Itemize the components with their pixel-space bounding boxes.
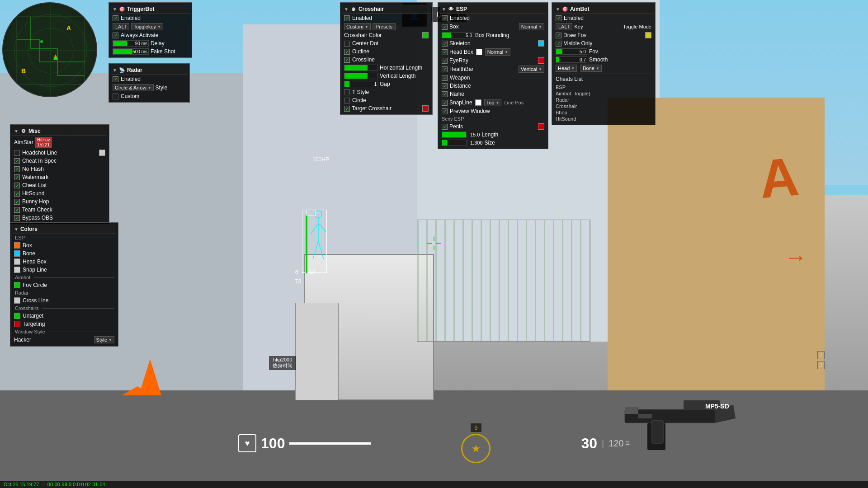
gap-slider[interactable]: 1 [344, 81, 378, 87]
esp-healthbar-cb[interactable] [442, 66, 448, 72]
box-rounding-slider[interactable]: 5.0 [442, 32, 473, 38]
esp-weapon-cb[interactable] [442, 75, 448, 81]
esp-eyeray-cb[interactable] [442, 58, 448, 64]
aimbot-visible-only-cb[interactable] [556, 41, 561, 47]
esp-size-slider[interactable] [442, 140, 467, 146]
horizontal-length-row: Horizontal Length [342, 64, 430, 72]
esp-box-cb[interactable] [442, 24, 448, 30]
esp-enabled-cb[interactable] [442, 15, 448, 21]
colors-box-swatch[interactable] [14, 242, 20, 249]
triggerbot-key[interactable]: LALT [113, 23, 129, 30]
cheat-list-cb[interactable] [14, 183, 20, 188]
esp-distance-cb[interactable] [442, 83, 448, 89]
esp-size-label: Size [485, 140, 495, 146]
headshot-line-color[interactable] [99, 150, 105, 156]
colors-untarget-swatch[interactable] [14, 313, 20, 319]
crosshair-mode-row: Custom Presets [342, 22, 430, 31]
crosshair-header[interactable]: ▼ ⊕ Crosshair [342, 5, 430, 14]
esp-penis-color[interactable] [538, 123, 544, 130]
fake-shot-slider[interactable]: 500 ms [113, 48, 149, 55]
colors-header[interactable]: ▼ Colors [12, 225, 116, 234]
esp-skeleton-color[interactable] [538, 40, 544, 47]
cheats-list-title: Cheats List [556, 76, 583, 82]
esp-snapline-pos-dropdown[interactable]: Top [484, 99, 502, 106]
headshot-line-cb[interactable] [14, 150, 20, 156]
crosshair-enabled-cb[interactable] [344, 15, 350, 21]
colors-radar-label: Radar [14, 290, 28, 296]
target-crosshair-cb[interactable] [344, 106, 350, 112]
horizontal-length-slider[interactable] [344, 65, 378, 71]
cheat-item-aimbot[interactable]: Aimbot [Toggle] [556, 90, 651, 97]
aimbot-head-dropdown[interactable]: Head [556, 65, 577, 72]
team-check-cb[interactable] [14, 207, 20, 213]
circle-cb[interactable] [344, 98, 350, 103]
crosshair-custom-dropdown[interactable]: Custom [344, 23, 371, 30]
colors-targeting-swatch[interactable] [14, 321, 20, 327]
radar-custom-cb[interactable] [113, 94, 118, 99]
delay-slider[interactable]: 90 ms [113, 40, 149, 47]
esp-snapline-cb[interactable] [442, 100, 448, 106]
svg-line-5 [318, 241, 324, 259]
esp-snapline-color[interactable] [475, 99, 481, 106]
crosshair-color-swatch[interactable] [422, 32, 429, 38]
colors-snapline-swatch[interactable] [14, 267, 20, 273]
radar-enabled-cb[interactable] [113, 76, 118, 82]
colors-headbox-swatch[interactable] [14, 258, 20, 265]
esp-penis-cb[interactable] [442, 124, 448, 130]
colors-style-dropdown[interactable]: Style [94, 336, 114, 343]
radar-style-row: Circle & Arrow Style [111, 83, 188, 92]
cheat-item-esp[interactable]: ESP [556, 84, 651, 90]
aimbot-bone-dropdown[interactable]: Bone [580, 65, 602, 72]
watermark-cb[interactable] [14, 174, 20, 180]
esp-headbox-style-dropdown[interactable]: Normal [485, 48, 510, 56]
aimbot-header[interactable]: ▼ 🎯 AimBot [554, 5, 653, 14]
aimbot-fov-slider[interactable]: 5.0 [556, 48, 587, 55]
cheat-item-crosshair[interactable]: Crosshair [556, 103, 651, 109]
colors-crossline-swatch[interactable] [14, 297, 20, 304]
cheat-in-spec-cb[interactable] [14, 158, 20, 164]
colors-crosshairs-section: Crosshairs [12, 305, 116, 312]
aimbot-visible-only-label: Visible Only [564, 40, 592, 47]
aimbot-draw-fov-cb[interactable] [556, 33, 561, 38]
no-flash-cb[interactable] [14, 166, 20, 172]
cheat-item-hitsound[interactable]: HitSound [556, 116, 651, 122]
triggerbot-togglekey-dropdown[interactable]: Togglekey [131, 23, 163, 30]
aimbot-key[interactable]: LALT [556, 23, 572, 30]
esp-skeleton-cb[interactable] [442, 41, 448, 47]
bypass-obs-cb[interactable] [14, 215, 20, 221]
esp-length-slider[interactable] [442, 131, 467, 138]
radar-panel-header[interactable]: ▼ 📡 Radar [111, 66, 188, 75]
esp-distance-row: Distance [440, 82, 546, 90]
colors-fov-circle-swatch[interactable] [14, 282, 20, 288]
esp-eyeray-color[interactable] [538, 57, 544, 64]
bypass-obs-label: Bypass OBS [22, 215, 53, 221]
outline-cb[interactable] [344, 49, 350, 55]
vertical-length-slider[interactable] [344, 73, 378, 79]
crosshair-presets-btn[interactable]: Presets [373, 23, 396, 30]
hitsound-cb[interactable] [14, 191, 20, 197]
aimbot-panel: ▼ 🎯 AimBot Enabled LALT Key Toggle Mode … [552, 2, 656, 125]
misc-header[interactable]: ▼ ⚙ Misc [12, 127, 107, 136]
target-crosshair-color[interactable] [422, 105, 429, 112]
aimbot-smooth-slider[interactable]: 0.7 [556, 56, 587, 63]
aimbot-enabled-cb[interactable] [556, 15, 561, 21]
esp-header[interactable]: ▼ 👁 ESP [440, 5, 546, 14]
triggerbot-header[interactable]: ▼ 🎯 TriggerBot [111, 5, 190, 14]
center-dot-cb[interactable] [344, 41, 350, 47]
bunny-hop-cb[interactable] [14, 199, 20, 205]
cheat-item-radar[interactable]: Radar [556, 97, 651, 103]
always-activate-cb[interactable] [113, 33, 118, 38]
t-style-cb[interactable] [344, 89, 350, 95]
esp-box-style-dropdown[interactable]: Normal [519, 23, 544, 30]
esp-headbox-color[interactable] [476, 49, 482, 55]
esp-headbox-cb[interactable] [442, 49, 448, 55]
esp-name-cb[interactable] [442, 91, 448, 97]
esp-healthbar-style-dropdown[interactable]: Vertical [519, 66, 544, 73]
esp-preview-window-cb[interactable] [442, 108, 448, 114]
radar-style-dropdown[interactable]: Circle & Arrow [113, 84, 154, 91]
colors-bone-swatch[interactable] [14, 250, 20, 257]
crossline-cb[interactable] [344, 57, 350, 63]
triggerbot-enabled-cb[interactable] [113, 15, 118, 21]
cheat-item-bhop[interactable]: Bhop [556, 109, 651, 116]
aimbot-draw-fov-color[interactable] [645, 32, 651, 38]
